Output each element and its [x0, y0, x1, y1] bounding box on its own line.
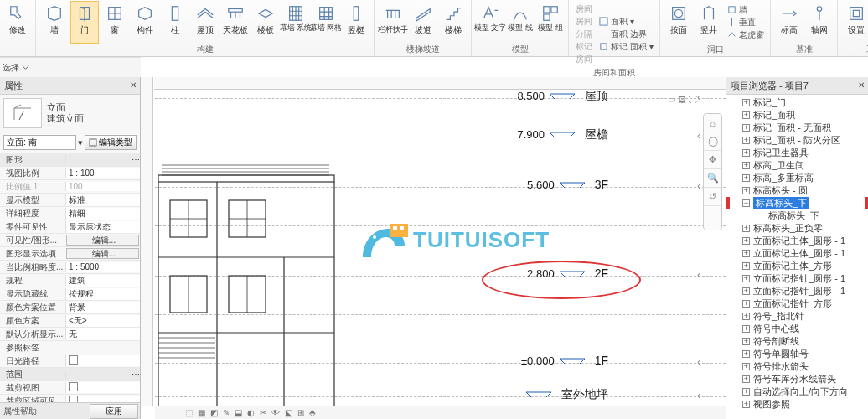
- ribbon-byface[interactable]: 按面: [664, 1, 693, 44]
- svg-rect-11: [601, 44, 607, 49]
- tree-node[interactable]: 标记_面积: [727, 109, 867, 122]
- prop-row[interactable]: 日光路径: [0, 354, 140, 368]
- svg-rect-16: [850, 8, 862, 20]
- level-marker[interactable]: 室外地坪: [469, 386, 608, 402]
- svg-rect-29: [400, 226, 404, 230]
- level-marker[interactable]: 5.6003F: [503, 177, 608, 191]
- ribbon-grid[interactable]: 轴网: [805, 1, 834, 44]
- tree-node[interactable]: 符号剖断线: [727, 335, 867, 348]
- tree-node[interactable]: 符号单圆轴号: [727, 348, 867, 360]
- ribbon-column[interactable]: 柱: [161, 1, 189, 44]
- type-preview[interactable]: [3, 98, 42, 128]
- level-marker[interactable]: 2.8002F: [503, 266, 608, 280]
- ribbon-ramp[interactable]: 坡道: [409, 1, 437, 44]
- svg-rect-5: [320, 8, 333, 20]
- tree-node[interactable]: 自动选择向上/向下方向: [727, 385, 867, 398]
- tree-node[interactable]: 立面标记主体_圆形 - 1: [727, 235, 867, 247]
- instance-selector[interactable]: [3, 135, 76, 150]
- canvas[interactable]: TUITUISOFT 8.500屋顶‹7.900屋檐‹5.6003F‹2.800…: [141, 77, 726, 419]
- tree-node[interactable]: 标高标头 - 圆: [727, 184, 867, 197]
- prop-row[interactable]: 参照标签: [0, 341, 140, 354]
- prop-row[interactable]: 可见性/图形...编辑...: [0, 234, 140, 247]
- ribbon-roof[interactable]: 屋顶: [191, 1, 220, 44]
- ribbon-muntin[interactable]: 竖梃: [342, 1, 370, 44]
- level-marker[interactable]: 8.500屋顶: [493, 88, 608, 104]
- ribbon-curtain[interactable]: 幕墙 系统: [282, 1, 310, 44]
- properties-help[interactable]: 属性帮助: [0, 406, 90, 417]
- tree-node[interactable]: 标高_多重标高: [727, 172, 867, 184]
- prop-row[interactable]: 显示隐藏线按规程: [0, 287, 140, 301]
- svg-rect-17: [853, 10, 859, 16]
- prop-row[interactable]: 颜色方案<无>: [0, 314, 140, 328]
- prop-row[interactable]: 图形显示选项编辑...: [0, 247, 140, 261]
- ribbon-set[interactable]: 设置: [842, 1, 868, 44]
- prop-row[interactable]: 颜色方案位置背景: [0, 301, 140, 314]
- level-marker[interactable]: ±0.0001F: [503, 353, 608, 367]
- watermark-logo: [356, 217, 410, 264]
- tree-node[interactable]: 标高标头_下: [727, 210, 867, 222]
- tree-node[interactable]: 标记_面积 - 无面积: [727, 122, 867, 134]
- svg-rect-14: [729, 7, 735, 13]
- prop-row[interactable]: 默认分析显示...无: [0, 328, 140, 341]
- ribbon-vshaft[interactable]: 竖井: [695, 1, 723, 44]
- view-cube[interactable]: ⌂◯✥🔍↺: [703, 113, 722, 230]
- ribbon-level[interactable]: 标高: [775, 1, 803, 44]
- properties-panel: 属性✕ 立面建筑立面 ▾ 编辑类型 图形⋯ 视图比例1 : 100比例值 1:1…: [0, 77, 141, 419]
- browser-tree[interactable]: 标记_门标记_面积标记_面积 - 无面积标记_面积 - 防火分区标记卫生器具标高…: [726, 95, 868, 419]
- tree-node[interactable]: 符号_指北针: [727, 310, 867, 323]
- tree-node[interactable]: 符号车库分水线箭头: [727, 373, 867, 385]
- ribbon-mullion[interactable]: 幕墙 网格: [312, 1, 340, 44]
- close-icon[interactable]: ✕: [130, 79, 137, 92]
- ribbon-stair[interactable]: 楼梯: [439, 1, 468, 44]
- prop-row[interactable]: 裁剪区域可见: [0, 395, 140, 402]
- ribbon-modelgroup[interactable]: 模型 组: [536, 1, 565, 44]
- prop-row[interactable]: 当比例粗略度...1 : 5000: [0, 261, 140, 274]
- type-name: 建筑立面: [47, 113, 84, 124]
- level-marker[interactable]: 7.900屋檐: [493, 127, 608, 142]
- orbit-icon: ◯: [704, 132, 721, 151]
- svg-rect-7: [544, 7, 550, 13]
- tree-node[interactable]: 立面标记主体_圆形 - 1: [727, 247, 867, 260]
- ribbon-floor[interactable]: 楼板: [251, 1, 280, 44]
- tree-node[interactable]: 立面标记指针_方形: [727, 297, 867, 310]
- watermark-text: TUITUISOFT: [413, 227, 550, 253]
- ribbon-modeltext[interactable]: 模型 文字: [476, 1, 504, 44]
- tree-node[interactable]: 立面标记主体_方形: [727, 260, 867, 272]
- ribbon-railing[interactable]: 栏杆扶手: [379, 1, 407, 44]
- prop-row[interactable]: 视图比例1 : 100: [0, 167, 140, 180]
- tree-node[interactable]: 标高标头_正负零: [727, 222, 867, 235]
- ribbon-component[interactable]: 构件: [131, 1, 159, 44]
- properties-grid: 图形⋯ 视图比例1 : 100比例值 1:100显示模型标准详细程度精细零件可见…: [0, 153, 140, 402]
- tree-node[interactable]: 标记_面积 - 防火分区: [727, 134, 867, 147]
- tree-node[interactable]: 标高标头_下: [727, 197, 867, 210]
- edit-type-button[interactable]: 编辑类型: [85, 135, 137, 150]
- prop-row[interactable]: 零件可见性显示原状态: [0, 220, 140, 234]
- prop-row[interactable]: 比例值 1:100: [0, 180, 140, 194]
- select-label: 选择: [3, 62, 19, 74]
- svg-rect-6: [354, 7, 359, 21]
- prop-row[interactable]: 规程建筑: [0, 274, 140, 287]
- ribbon-window[interactable]: 窗: [101, 1, 129, 44]
- tree-node[interactable]: 符号中心线: [727, 323, 867, 335]
- tree-node[interactable]: 标高_卫生间: [727, 159, 867, 172]
- tree-node[interactable]: 符号排水箭头: [727, 360, 867, 373]
- tree-node[interactable]: 立面标记指针_圆形 - 1: [727, 272, 867, 285]
- prop-row[interactable]: 详细程度精细: [0, 207, 140, 220]
- chevron-down-icon[interactable]: [21, 63, 30, 72]
- tree-node[interactable]: 立面标记指针_圆形 - 1: [727, 285, 867, 297]
- ribbon: 修改 墙 门 窗 构件 柱 屋顶 天花板 楼板 幕墙 系统 幕墙 网格 竖梃 构…: [0, 0, 868, 57]
- ribbon-ceiling[interactable]: 天花板: [221, 1, 250, 44]
- tree-node[interactable]: 视图参照: [727, 398, 867, 411]
- ribbon-modify[interactable]: 修改: [3, 1, 32, 55]
- ribbon-door[interactable]: 门: [70, 1, 99, 44]
- ribbon-modelline[interactable]: 模型 线: [506, 1, 535, 44]
- view-control-bar[interactable]: ⬚▦◩✎⬓◐✂👁⬕⊞⬘: [155, 406, 726, 419]
- tree-node[interactable]: 标记_门: [727, 96, 867, 109]
- properties-header: 属性✕: [0, 77, 140, 95]
- apply-button[interactable]: 应用: [90, 404, 138, 419]
- close-icon[interactable]: ✕: [858, 79, 865, 92]
- tree-node[interactable]: 标记卫生器具: [727, 147, 867, 159]
- prop-row[interactable]: 显示模型标准: [0, 194, 140, 207]
- prop-row[interactable]: 裁剪视图: [0, 381, 140, 395]
- ribbon-wall[interactable]: 墙: [40, 1, 69, 44]
